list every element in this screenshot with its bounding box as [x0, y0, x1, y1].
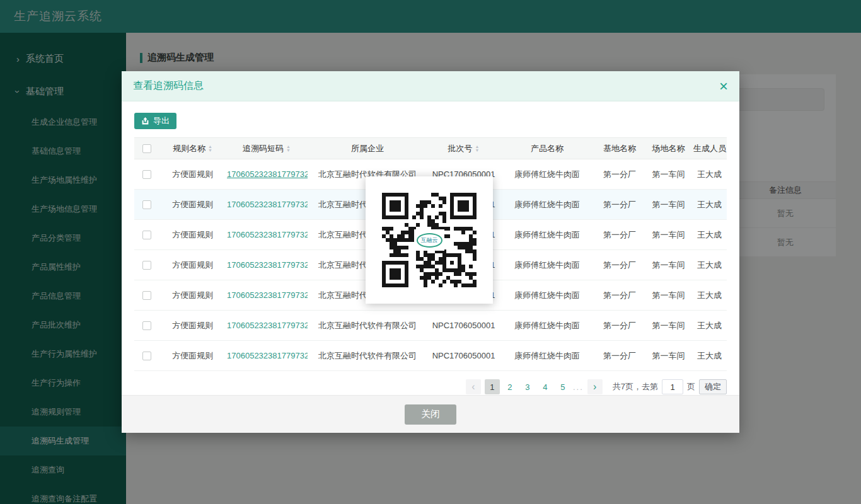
row-checkbox[interactable] [142, 261, 151, 270]
column-header-label: 所属企业 [351, 144, 384, 153]
column-header-label: 基地名称 [603, 144, 636, 153]
cell-rule: 方便面规则 [159, 311, 226, 341]
cell-product: 康师傅红烧牛肉面 [500, 190, 594, 220]
cell-site: 第一车间 [645, 280, 692, 311]
cell-company: 北京互融时代软件有限公司 [308, 341, 427, 371]
row-select-cell [134, 311, 159, 341]
sort-icon[interactable]: ▲▼ [208, 145, 212, 152]
row-select-cell [134, 341, 159, 371]
close-icon[interactable]: × [719, 79, 728, 94]
page-ellipsis: ... [573, 382, 584, 392]
pagination-total-text: 共7页，去第 [613, 381, 658, 392]
table-row: 方便面规则170605232381779732北京互融时代软件有限公司NPC17… [134, 311, 727, 341]
cell-rule: 方便面规则 [159, 250, 226, 280]
cell-code: 170605232381779732 [226, 341, 308, 371]
cell-code: 170605232381779732 [226, 250, 308, 280]
row-checkbox[interactable] [142, 200, 151, 209]
table-row: 方便面规则170605232381779732北京互融时代软件有限公司NPC17… [134, 341, 727, 371]
export-button-label: 导出 [153, 115, 170, 127]
cell-rule: 方便面规则 [159, 159, 226, 190]
trace-code-link[interactable]: 170605232381779732 [227, 321, 308, 330]
qr-logo: 互融云 [414, 229, 444, 251]
cell-site: 第一车间 [645, 341, 692, 371]
column-header: 生成人员 [692, 138, 727, 159]
column-header-label: 场地名称 [652, 144, 685, 153]
sort-icon[interactable]: ▲▼ [286, 145, 291, 152]
page-number[interactable]: 1 [485, 379, 500, 394]
pagination-confirm-button[interactable]: 确定 [699, 379, 727, 394]
cell-site: 第一车间 [645, 159, 692, 190]
cell-creator: 王大成 [692, 311, 727, 341]
page-input[interactable] [662, 379, 683, 394]
modal-close-button[interactable]: 关闭 [405, 404, 456, 425]
cell-code: 170605232381779732 [226, 159, 308, 190]
page-number[interactable]: 5 [555, 379, 570, 394]
cell-product: 康师傅红烧牛肉面 [500, 220, 594, 250]
export-icon [141, 117, 149, 125]
row-checkbox[interactable] [142, 321, 151, 330]
codes-table-head-row: 规则名称▲▼追溯码短码▲▼所属企业批次号▲▼产品名称基地名称场地名称生成人员 [134, 138, 727, 159]
cell-creator: 王大成 [692, 190, 727, 220]
sort-caret-icon: ▼ [475, 149, 480, 152]
cell-base: 第一分厂 [594, 220, 645, 250]
column-header-label: 产品名称 [531, 144, 563, 153]
trace-code-link[interactable]: 170605232381779732 [227, 230, 308, 239]
export-button[interactable]: 导出 [134, 113, 176, 129]
select-all-checkbox[interactable] [142, 144, 151, 153]
trace-code-link[interactable]: 170605232381779732 [227, 290, 308, 300]
column-header-label: 批次号 [448, 144, 473, 153]
row-select-cell [134, 220, 159, 250]
trace-code-link[interactable]: 170605232381779732 [227, 200, 308, 209]
cell-base: 第一分厂 [594, 341, 645, 371]
cell-base: 第一分厂 [594, 250, 645, 280]
row-checkbox[interactable] [142, 291, 151, 300]
column-header: 场地名称 [645, 138, 692, 159]
cell-creator: 王大成 [692, 341, 727, 371]
cell-code: 170605232381779732 [226, 280, 308, 311]
cell-site: 第一车间 [645, 311, 692, 341]
trace-code-link[interactable]: 170605232381779732 [227, 351, 308, 360]
row-checkbox[interactable] [142, 231, 151, 239]
cell-batch: NPC1706050001 [427, 311, 500, 341]
trace-code-link[interactable]: 170605232381779732 [227, 169, 308, 179]
sort-icon[interactable]: ▲▼ [475, 145, 480, 152]
cell-code: 170605232381779732 [226, 311, 308, 341]
column-header: 基地名称 [594, 138, 645, 159]
row-checkbox[interactable] [142, 352, 151, 360]
sort-caret-icon: ▼ [208, 149, 212, 152]
cell-rule: 方便面规则 [159, 190, 226, 220]
page-number[interactable]: 2 [502, 379, 517, 394]
cell-code: 170605232381779732 [226, 220, 308, 250]
cell-product: 康师傅红烧牛肉面 [500, 341, 594, 371]
trace-code-link[interactable]: 170605232381779732 [227, 260, 308, 270]
cell-product: 康师傅红烧牛肉面 [500, 250, 594, 280]
pagination: ‹ 12345... › 共7页，去第 页 确定 [134, 379, 727, 394]
sort-caret-icon: ▼ [286, 149, 291, 152]
column-header: 所属企业 [308, 138, 427, 159]
cell-code: 170605232381779732 [226, 190, 308, 220]
cell-product: 康师傅红烧牛肉面 [500, 159, 594, 190]
cell-base: 第一分厂 [594, 311, 645, 341]
row-checkbox[interactable] [142, 170, 151, 179]
column-header[interactable]: 追溯码短码▲▼ [226, 138, 308, 159]
pagination-prev-icon[interactable]: ‹ [466, 379, 481, 394]
page-number[interactable]: 3 [520, 379, 535, 394]
pagination-page-suffix: 页 [687, 381, 695, 392]
cell-base: 第一分厂 [594, 159, 645, 190]
cell-base: 第一分厂 [594, 280, 645, 311]
page-number[interactable]: 4 [538, 379, 553, 394]
row-select-cell [134, 190, 159, 220]
qr-logo-text: 互融云 [417, 233, 442, 248]
cell-site: 第一车间 [645, 250, 692, 280]
column-header[interactable]: 规则名称▲▼ [159, 138, 226, 159]
column-header[interactable]: 批次号▲▼ [427, 138, 500, 159]
view-trace-code-modal: 查看追溯码信息 × 导出 规则名称▲▼追溯码短码▲▼所属企业批次号▲▼产品名称基… [122, 71, 739, 433]
pagination-next-icon[interactable]: › [587, 379, 603, 394]
select-all-header-cell [134, 138, 159, 159]
cell-base: 第一分厂 [594, 190, 645, 220]
qr-code-popup: 互融云 [366, 176, 493, 304]
cell-company: 北京互融时代软件有限公司 [308, 311, 427, 341]
row-select-cell [134, 280, 159, 311]
cell-site: 第一车间 [645, 220, 692, 250]
row-select-cell [134, 250, 159, 280]
